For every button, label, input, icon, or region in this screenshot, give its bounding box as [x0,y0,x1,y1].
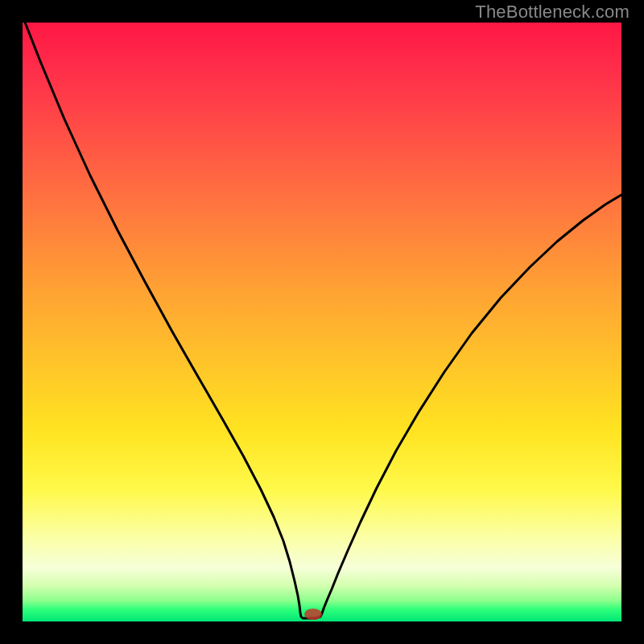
optimum-marker [304,609,322,620]
watermark-text: TheBottleneck.com [475,2,630,23]
marker-layer [23,23,621,621]
plot-area [23,23,621,621]
chart-frame: TheBottleneck.com [0,0,644,644]
